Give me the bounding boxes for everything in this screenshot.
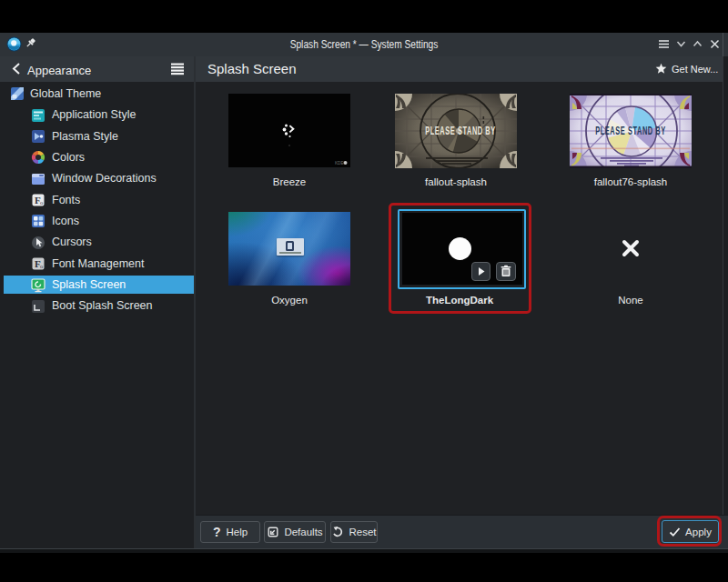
svg-text:o: o (40, 199, 43, 206)
svg-text:o: o (40, 263, 43, 269)
svg-text:PLEASE STAND BY: PLEASE STAND BY (425, 123, 496, 136)
svg-text:KDE: KDE (335, 161, 343, 166)
svg-text:PLEASE STAND BY: PLEASE STAND BY (595, 123, 666, 136)
